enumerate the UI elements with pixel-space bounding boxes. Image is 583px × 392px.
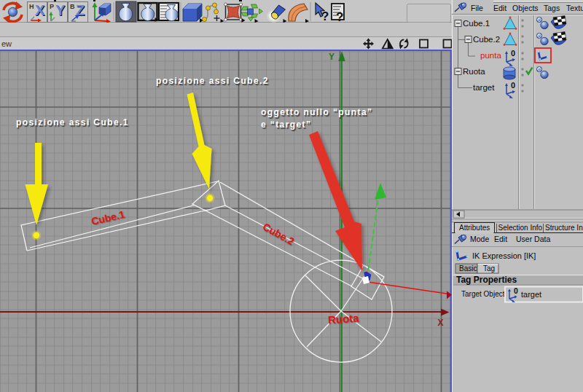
svg-text:X: X bbox=[438, 318, 444, 328]
svg-text:Cube.2: Cube.2 bbox=[473, 35, 500, 44]
svg-text:File: File bbox=[471, 4, 483, 12]
svg-text:Target Object: Target Object bbox=[461, 290, 505, 298]
svg-text:0: 0 bbox=[511, 49, 515, 58]
svg-text:Structure In: Structure In bbox=[545, 224, 583, 232]
svg-text:X: X bbox=[35, 2, 45, 18]
svg-text:Textur: Textur bbox=[566, 4, 583, 12]
svg-text:Ruota: Ruota bbox=[463, 67, 485, 76]
svg-text:0: 0 bbox=[511, 81, 515, 90]
svg-text:Cube.1: Cube.1 bbox=[463, 19, 490, 28]
svg-text:Basic: Basic bbox=[459, 264, 477, 273]
svg-text:P: P bbox=[50, 3, 54, 10]
svg-text:Selection Info: Selection Info bbox=[498, 224, 543, 232]
svg-text:Edit: Edit bbox=[493, 4, 506, 12]
svg-text:Edit: Edit bbox=[494, 235, 507, 243]
svg-text:H: H bbox=[29, 3, 34, 10]
svg-text:punta: punta bbox=[480, 51, 501, 60]
svg-text:Y: Y bbox=[55, 2, 66, 18]
svg-text:Attributes: Attributes bbox=[459, 224, 490, 232]
svg-text:Mode: Mode bbox=[470, 235, 489, 243]
svg-text:Objects: Objects bbox=[512, 4, 539, 12]
svg-text:target: target bbox=[521, 290, 541, 299]
svg-text:B: B bbox=[70, 3, 75, 10]
svg-text:target: target bbox=[473, 83, 495, 92]
svg-text:Tag: Tag bbox=[483, 264, 495, 273]
svg-text:Y: Y bbox=[329, 52, 334, 62]
svg-text:0: 0 bbox=[514, 286, 518, 295]
svg-text:?: ? bbox=[336, 10, 343, 23]
svg-text:Tag Properties: Tag Properties bbox=[456, 275, 517, 285]
svg-text:?: ? bbox=[321, 9, 329, 23]
svg-text:User Data: User Data bbox=[516, 235, 550, 243]
svg-text:IK Expression [IK]: IK Expression [IK] bbox=[472, 251, 536, 260]
svg-text:Tags: Tags bbox=[544, 4, 560, 12]
